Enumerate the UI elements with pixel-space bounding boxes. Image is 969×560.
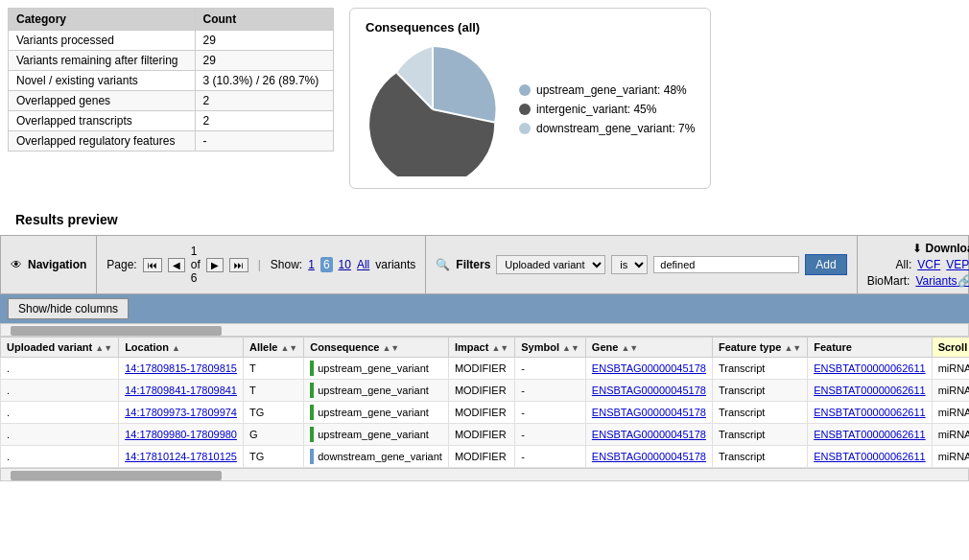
cell-feature: ENSBTAT00000062611: [808, 402, 932, 424]
sort-icon-symbol: ▲▼: [562, 343, 579, 353]
variants-label: variants: [375, 258, 415, 271]
legend-item-downstream: downstream_gene_variant: 7%: [519, 122, 695, 135]
show-10-link[interactable]: 10: [339, 258, 351, 271]
pie-legend: upstream_gene_variant: 48% intergenic_va…: [519, 83, 695, 135]
sort-icon-consequence: ▲▼: [382, 343, 399, 353]
table-header-row: Uploaded variant ▲▼ Location ▲ Allele ▲▼…: [1, 338, 970, 358]
show-1-link[interactable]: 1: [308, 258, 315, 271]
first-page-button[interactable]: ⏮: [143, 258, 162, 272]
row-value: -: [195, 131, 333, 152]
cell-feature-type: Transcript: [712, 446, 807, 468]
next-page-button[interactable]: ▶: [206, 258, 224, 272]
bottom-scrollbar[interactable]: [0, 468, 969, 481]
row-value: 29: [195, 51, 333, 71]
bottom-scrollbar-thumb[interactable]: [11, 471, 222, 480]
cell-uploaded-variant: .: [1, 358, 119, 380]
filter-op-select[interactable]: is: [611, 255, 648, 274]
sort-icon-allele: ▲▼: [280, 343, 297, 353]
cell-location: 14:17809841-17809841: [119, 380, 244, 402]
top-scrollbar[interactable]: [0, 323, 969, 337]
all-label: All:: [896, 258, 912, 271]
gene-link[interactable]: ENSBTAG00000045178: [592, 362, 706, 374]
cell-symbol: -: [515, 358, 586, 380]
row-label: Novel / existing variants: [9, 71, 196, 91]
navigation-section: 👁 Navigation: [1, 236, 97, 293]
download-label: Download: [926, 242, 969, 255]
col-uploaded-variant[interactable]: Uploaded variant ▲▼: [1, 338, 119, 358]
navigation-icon: 👁: [11, 258, 22, 271]
col-consequence[interactable]: Consequence ▲▼: [304, 338, 449, 358]
cell-extra: miRNA: [932, 402, 969, 424]
legend-label-downstream: downstream_gene_variant: 7%: [536, 122, 695, 135]
cell-feature-type: Transcript: [712, 402, 807, 424]
table-row: Variants processed 29: [9, 31, 334, 51]
row-label: Overlapped regulatory features: [9, 131, 196, 152]
data-table-wrapper: Uploaded variant ▲▼ Location ▲ Allele ▲▼…: [0, 337, 969, 468]
table-row: Variants remaining after filtering 29: [9, 51, 334, 71]
cell-uploaded-variant: .: [1, 380, 119, 402]
gene-link[interactable]: ENSBTAG00000045178: [592, 385, 706, 396]
gene-link[interactable]: ENSBTAG00000045178: [592, 451, 706, 462]
cell-feature: ENSBTAT00000062611: [808, 358, 932, 380]
location-link[interactable]: 14:17810124-17810125: [125, 451, 237, 462]
biomart-row: BioMart: Variants🔗 Genes🔗: [867, 274, 969, 288]
legend-dot-intergenic: [519, 104, 531, 115]
data-table: Uploaded variant ▲▼ Location ▲ Allele ▲▼…: [0, 337, 969, 468]
cell-symbol: -: [515, 446, 586, 468]
location-link[interactable]: 14:17809815-17809815: [125, 362, 237, 374]
col-feature-type[interactable]: Feature type ▲▼: [712, 338, 807, 358]
biomart-label: BioMart:: [867, 274, 910, 288]
cell-uploaded-variant: .: [1, 402, 119, 424]
variants-link[interactable]: Variants🔗: [915, 274, 969, 288]
col-allele[interactable]: Allele ▲▼: [243, 338, 303, 358]
col-impact[interactable]: Impact ▲▼: [448, 338, 514, 358]
row-label: Variants remaining after filtering: [9, 51, 196, 71]
table-row: . 14:17809815-17809815 T upstream_gene_v…: [1, 358, 970, 380]
legend-label-intergenic: intergenic_variant: 45%: [536, 103, 656, 116]
vcf-download-link[interactable]: VCF: [917, 258, 940, 271]
feature-link[interactable]: ENSBTAT00000062611: [814, 451, 925, 462]
cell-gene: ENSBTAG00000045178: [585, 446, 712, 468]
cell-impact: MODIFIER: [448, 446, 514, 468]
pie-chart: [366, 42, 500, 176]
cell-symbol: -: [515, 402, 586, 424]
vep-download-link[interactable]: VEP: [946, 258, 969, 271]
col-gene[interactable]: Gene ▲▼: [585, 338, 712, 358]
filter-value-input[interactable]: [653, 256, 799, 273]
filter-icon: 🔍: [436, 258, 450, 271]
feature-link[interactable]: ENSBTAT00000062611: [814, 385, 925, 396]
feature-link[interactable]: ENSBTAT00000062611: [814, 407, 925, 418]
cell-consequence: downstream_gene_variant: [304, 446, 449, 468]
gene-link[interactable]: ENSBTAG00000045178: [592, 407, 706, 418]
table-row: . 14:17810124-17810125 TG downstream_gen…: [1, 446, 970, 468]
location-link[interactable]: 14:17809973-17809974: [125, 407, 237, 418]
col-symbol[interactable]: Symbol ▲▼: [515, 338, 586, 358]
col-location[interactable]: Location ▲: [119, 338, 244, 358]
last-page-button[interactable]: ⏭: [229, 258, 248, 272]
feature-link[interactable]: ENSBTAT00000062611: [814, 429, 925, 440]
add-filter-button[interactable]: Add: [805, 254, 846, 275]
col-feature[interactable]: Feature: [808, 338, 932, 358]
table-row: Novel / existing variants 3 (10.3%) / 26…: [9, 71, 334, 91]
location-link[interactable]: 14:17809841-17809841: [125, 385, 237, 396]
row-label: Overlapped genes: [9, 91, 196, 111]
feature-link[interactable]: ENSBTAT00000062611: [814, 362, 925, 374]
scrollbar-thumb[interactable]: [11, 326, 222, 336]
cell-impact: MODIFIER: [448, 358, 514, 380]
all-downloads-row: All: VCF VEP TXT: [896, 258, 969, 271]
prev-page-button[interactable]: ◀: [168, 258, 185, 272]
toolbar: 👁 Navigation Page: ⏮ ◀ 1 of 6 ▶ ⏭ | Show…: [0, 235, 969, 294]
summary-table: Category Count Variants processed 29 Var…: [8, 8, 334, 152]
row-value: 3 (10.3%) / 26 (89.7%): [195, 71, 333, 91]
gene-link[interactable]: ENSBTAG00000045178: [592, 429, 706, 440]
sort-icon-location: ▲: [172, 343, 180, 353]
filter-field-select[interactable]: Uploaded variant: [496, 255, 605, 274]
show-hide-columns-button[interactable]: Show/hide columns: [8, 298, 129, 319]
table-row: . 14:17809841-17809841 T upstream_gene_v…: [1, 380, 970, 402]
show-6-link[interactable]: 6: [320, 257, 333, 272]
show-label: Show:: [271, 258, 302, 271]
cell-consequence: upstream_gene_variant: [304, 424, 449, 446]
show-all-link[interactable]: All: [357, 258, 369, 271]
cell-feature: ENSBTAT00000062611: [808, 380, 932, 402]
location-link[interactable]: 14:17809980-17809980: [125, 429, 237, 440]
